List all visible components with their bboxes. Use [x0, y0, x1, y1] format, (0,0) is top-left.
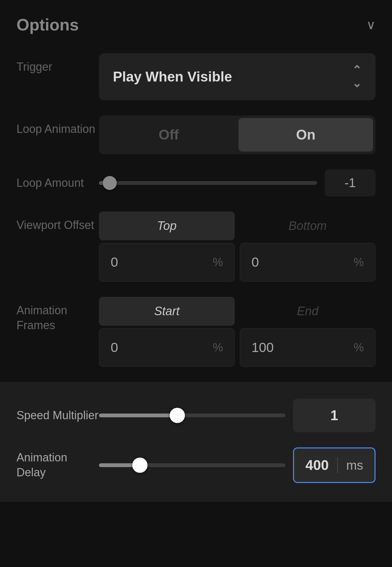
chevron-down-icon[interactable]: ∨: [366, 17, 376, 32]
animation-frames-row: Animation Frames Start End 0 % 100 %: [16, 297, 376, 367]
loop-on-button[interactable]: On: [238, 118, 373, 152]
viewport-bottom-unit: %: [354, 256, 364, 269]
loop-amount-control: -1: [99, 169, 376, 196]
viewport-bottom-input[interactable]: 0 %: [240, 243, 376, 282]
speed-multiplier-label: Speed Multiplier: [16, 408, 99, 423]
loop-amount-slider-row: -1: [99, 169, 376, 196]
viewport-top-input[interactable]: 0 %: [99, 243, 235, 282]
animation-start-value: 0: [111, 340, 118, 355]
speed-multiplier-value[interactable]: 1: [293, 399, 376, 432]
loop-amount-row: Loop Amount -1: [16, 169, 376, 196]
trigger-row: Trigger Play When Visible ⌃⌄: [16, 53, 376, 100]
viewport-offset-control: Top Bottom 0 % 0 %: [99, 212, 376, 282]
viewport-top-unit: %: [213, 256, 223, 269]
animation-frames-control: Start End 0 % 100 %: [99, 297, 376, 367]
speed-multiplier-row: Speed Multiplier 1: [16, 399, 376, 432]
bottom-section: Speed Multiplier 1 Animation Delay 400 m…: [0, 382, 392, 502]
loop-off-button[interactable]: Off: [101, 118, 236, 152]
trigger-value: Play When Visible: [113, 69, 232, 85]
viewport-input-row: 0 % 0 %: [99, 243, 376, 282]
options-header: Options ∨: [16, 15, 376, 34]
animation-delay-slider-thumb[interactable]: [132, 458, 147, 473]
viewport-top-value: 0: [111, 255, 118, 270]
animation-start-unit: %: [213, 341, 223, 354]
viewport-bottom-value: 0: [252, 255, 259, 270]
viewport-top-tab[interactable]: Top: [99, 212, 235, 240]
loop-amount-label: Loop Amount: [16, 169, 99, 191]
viewport-bottom-tab[interactable]: Bottom: [240, 212, 376, 240]
speed-multiplier-control: 1: [99, 399, 376, 432]
animation-tab-row: Start End: [99, 297, 376, 326]
loop-amount-slider-track[interactable]: [99, 181, 317, 185]
viewport-offset-label: Viewport Offset: [16, 212, 99, 233]
animation-start-tab[interactable]: Start: [99, 297, 235, 326]
trigger-label: Trigger: [16, 53, 99, 75]
speed-multiplier-slider-fill: [99, 414, 177, 417]
options-panel: Options ∨ Trigger Play When Visible ⌃⌄ L…: [0, 0, 392, 367]
loop-animation-row: Loop Animation Off On: [16, 115, 376, 154]
viewport-offset-tabs: Top Bottom 0 % 0 %: [99, 212, 376, 282]
animation-input-row: 0 % 100 %: [99, 328, 376, 367]
speed-multiplier-slider-track[interactable]: [99, 414, 285, 417]
animation-frames-tabs: Start End 0 % 100 %: [99, 297, 376, 367]
loop-amount-slider-thumb[interactable]: [103, 176, 117, 190]
trigger-select[interactable]: Play When Visible ⌃⌄: [99, 53, 376, 100]
viewport-tab-row: Top Bottom: [99, 212, 376, 240]
animation-start-input[interactable]: 0 %: [99, 328, 235, 367]
trigger-select-icon: ⌃⌄: [352, 63, 362, 90]
animation-delay-slider-track[interactable]: [99, 463, 285, 467]
animation-delay-label: Animation Delay: [16, 450, 99, 480]
delay-separator: [337, 457, 338, 473]
loop-animation-control: Off On: [99, 115, 376, 154]
animation-delay-control: 400 ms: [99, 447, 376, 483]
animation-end-unit: %: [354, 341, 364, 354]
loop-amount-value[interactable]: -1: [325, 169, 376, 196]
animation-delay-row: Animation Delay 400 ms: [16, 447, 376, 483]
trigger-control: Play When Visible ⌃⌄: [99, 53, 376, 100]
animation-end-input[interactable]: 100 %: [240, 328, 376, 367]
animation-end-tab[interactable]: End: [240, 297, 376, 326]
loop-animation-toggle: Off On: [99, 115, 376, 154]
loop-animation-label: Loop Animation: [16, 115, 99, 137]
animation-frames-label: Animation Frames: [16, 297, 99, 333]
animation-delay-value-box[interactable]: 400 ms: [293, 447, 376, 483]
speed-multiplier-slider-thumb[interactable]: [170, 408, 185, 423]
animation-delay-unit: ms: [346, 458, 363, 472]
animation-end-value: 100: [252, 340, 274, 355]
animation-delay-value: 400: [305, 457, 329, 473]
viewport-offset-row: Viewport Offset Top Bottom 0 % 0 %: [16, 212, 376, 282]
page-title: Options: [16, 15, 79, 34]
